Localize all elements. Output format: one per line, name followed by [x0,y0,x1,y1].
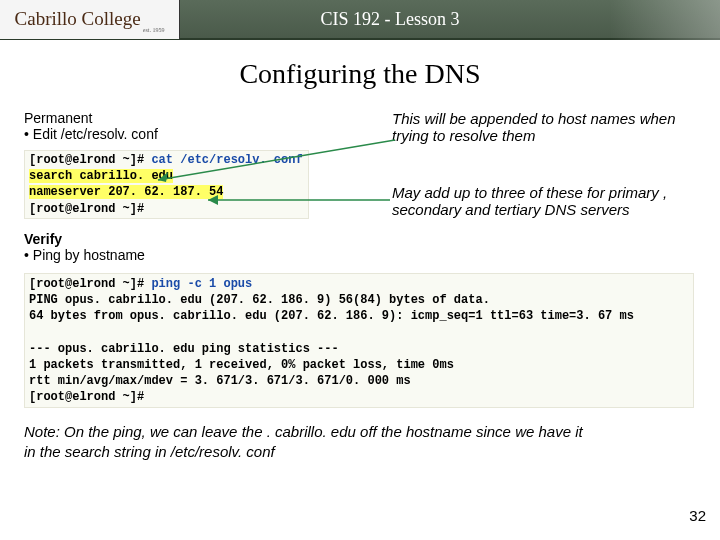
page-title: Configuring the DNS [0,58,720,90]
slide-header: Cabrillo College est. 1959 CIS 192 - Les… [0,0,720,40]
footnote: Note: On the ping, we can leave the . ca… [24,422,584,461]
search-line-highlight: search cabrillo. edu [29,169,173,183]
code-line-3: nameserver 207. 62. 187. 54 [29,184,304,200]
ping-command: ping -c 1 opus [151,277,252,291]
code-line-2: search cabrillo. edu [29,168,304,184]
code-line-1: [root@elrond ~]# cat /etc/resolv. conf [29,152,304,168]
verify-heading: Verify [24,231,700,247]
nameserver-annotation: May add up to three of these for primary… [392,184,712,218]
code-line-4: [root@elrond ~]# [29,201,304,217]
logo-text: Cabrillo College [15,8,141,30]
logo-subtext: est. 1959 [143,27,165,33]
verify-bullet: • Ping by hostname [24,247,700,263]
page-number: 32 [689,507,706,524]
search-annotation: This will be appended to host names when… [392,110,712,144]
cat-command: cat /etc/resolv. conf [151,153,302,167]
college-logo: Cabrillo College est. 1959 [0,0,180,39]
content-area: Permanent • Edit /etc/resolv. conf This … [0,110,720,461]
ping-output-codebox: [root@elrond ~]# ping -c 1 opus PING opu… [24,273,694,409]
nameserver-line-highlight: nameserver 207. 62. 187. 54 [29,185,223,199]
ping-output-body: PING opus. cabrillo. edu (207. 62. 186. … [29,293,634,404]
resolv-conf-codebox: [root@elrond ~]# cat /etc/resolv. conf s… [24,150,309,219]
header-bg-image [610,0,720,40]
